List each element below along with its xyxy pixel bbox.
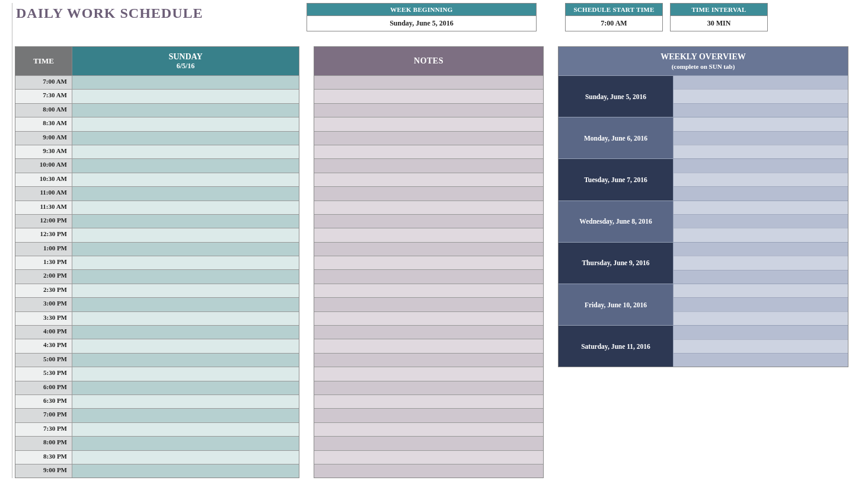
- notes-row[interactable]: [314, 201, 543, 214]
- weekly-day-label: Saturday, June 11, 2016: [559, 326, 674, 367]
- schedule-cell[interactable]: [72, 464, 299, 478]
- schedule-cell[interactable]: [72, 90, 299, 103]
- schedule-cell[interactable]: [72, 354, 299, 367]
- time-cell: 6:00 PM: [15, 381, 72, 394]
- weekly-slot[interactable]: [674, 214, 848, 228]
- weekly-day-label: Thursday, June 9, 2016: [559, 243, 674, 284]
- schedule-cell[interactable]: [72, 437, 299, 450]
- schedule-cell[interactable]: [72, 312, 299, 325]
- notes-row[interactable]: [314, 297, 543, 311]
- time-cell: 11:00 AM: [15, 187, 72, 200]
- start-time-value[interactable]: 7:00 AM: [566, 16, 662, 31]
- weekly-slot[interactable]: [674, 311, 848, 325]
- weekly-slot[interactable]: [674, 131, 848, 145]
- weekly-slot[interactable]: [674, 256, 848, 269]
- notes-row[interactable]: [314, 242, 543, 256]
- notes-row[interactable]: [314, 186, 543, 200]
- schedule-cell[interactable]: [72, 173, 299, 186]
- notes-row[interactable]: [314, 353, 543, 367]
- week-beginning-value[interactable]: Sunday, June 5, 2016: [307, 16, 536, 31]
- schedule-cell[interactable]: [72, 298, 299, 311]
- notes-row[interactable]: [314, 339, 543, 352]
- schedule-cell[interactable]: [72, 367, 299, 380]
- notes-row[interactable]: [314, 394, 543, 408]
- notes-row[interactable]: [314, 464, 543, 478]
- weekly-slot[interactable]: [674, 228, 848, 241]
- weekly-slot[interactable]: [674, 284, 848, 297]
- schedule-cell[interactable]: [72, 381, 299, 394]
- schedule-row: 8:30 AM: [15, 117, 299, 131]
- weekly-slot[interactable]: [674, 339, 848, 353]
- schedule-cell[interactable]: [72, 145, 299, 158]
- notes-row[interactable]: [314, 436, 543, 450]
- schedule-cell[interactable]: [72, 339, 299, 352]
- schedule-cell[interactable]: [72, 270, 299, 283]
- weekly-slot[interactable]: [674, 353, 848, 367]
- notes-row[interactable]: [314, 214, 543, 228]
- weekly-slot[interactable]: [674, 173, 848, 186]
- weekly-slot[interactable]: [674, 243, 848, 256]
- notes-row[interactable]: [314, 103, 543, 117]
- weekly-header-sub: (complete on SUN tab): [559, 62, 848, 71]
- notes-row[interactable]: [314, 145, 543, 158]
- weekly-slot[interactable]: [674, 159, 848, 172]
- weekly-slot[interactable]: [674, 186, 848, 200]
- weekly-slot[interactable]: [674, 270, 848, 284]
- notes-row[interactable]: [314, 311, 543, 325]
- weekly-day-slots: [674, 159, 848, 200]
- schedule-cell[interactable]: [72, 215, 299, 228]
- schedule-cell[interactable]: [72, 451, 299, 464]
- schedule-row: 1:30 PM: [15, 256, 299, 269]
- notes-row[interactable]: [314, 381, 543, 394]
- schedule-cell[interactable]: [72, 409, 299, 422]
- schedule-row: 1:00 PM: [15, 242, 299, 256]
- schedule-row: 3:30 PM: [15, 311, 299, 325]
- notes-row[interactable]: [314, 75, 543, 89]
- notes-row[interactable]: [314, 325, 543, 339]
- notes-row[interactable]: [314, 173, 543, 186]
- schedule-row: 12:30 PM: [15, 228, 299, 241]
- time-cell: 12:30 PM: [15, 228, 72, 241]
- notes-row[interactable]: [314, 367, 543, 380]
- weekly-slot[interactable]: [674, 297, 848, 311]
- schedule-cell[interactable]: [72, 117, 299, 131]
- schedule-cell[interactable]: [72, 159, 299, 172]
- schedule-cell[interactable]: [72, 228, 299, 241]
- weekly-slot[interactable]: [674, 103, 848, 117]
- time-cell: 11:30 AM: [15, 201, 72, 214]
- weekly-row: Friday, June 10, 2016: [559, 284, 848, 325]
- notes-row[interactable]: [314, 131, 543, 145]
- weekly-day-slots: [674, 243, 848, 284]
- notes-row[interactable]: [314, 450, 543, 464]
- schedule-cell[interactable]: [72, 326, 299, 339]
- notes-row[interactable]: [314, 284, 543, 297]
- weekly-slot[interactable]: [674, 89, 848, 103]
- weekly-slot[interactable]: [674, 145, 848, 158]
- weekly-slot[interactable]: [674, 76, 848, 89]
- schedule-cell[interactable]: [72, 76, 299, 89]
- time-cell: 5:00 PM: [15, 354, 72, 367]
- weekly-slot[interactable]: [674, 326, 848, 339]
- schedule-cell[interactable]: [72, 243, 299, 256]
- schedule-cell[interactable]: [72, 132, 299, 145]
- weekly-slot[interactable]: [674, 201, 848, 214]
- schedule-cell[interactable]: [72, 284, 299, 297]
- notes-row[interactable]: [314, 158, 543, 172]
- schedule-cell[interactable]: [72, 201, 299, 214]
- schedule-cell[interactable]: [72, 187, 299, 200]
- time-interval-value[interactable]: 30 MIN: [671, 16, 767, 31]
- notes-row[interactable]: [314, 269, 543, 283]
- notes-row[interactable]: [314, 89, 543, 103]
- notes-row[interactable]: [314, 256, 543, 269]
- notes-row[interactable]: [314, 117, 543, 131]
- weekly-slot[interactable]: [674, 117, 848, 131]
- notes-row[interactable]: [314, 408, 543, 422]
- schedule-row: 6:00 PM: [15, 381, 299, 394]
- schedule-cell[interactable]: [72, 104, 299, 117]
- schedule-cell[interactable]: [72, 256, 299, 269]
- notes-row[interactable]: [314, 422, 543, 436]
- time-cell: 8:30 AM: [15, 117, 72, 131]
- schedule-cell[interactable]: [72, 423, 299, 436]
- schedule-cell[interactable]: [72, 395, 299, 408]
- notes-row[interactable]: [314, 228, 543, 241]
